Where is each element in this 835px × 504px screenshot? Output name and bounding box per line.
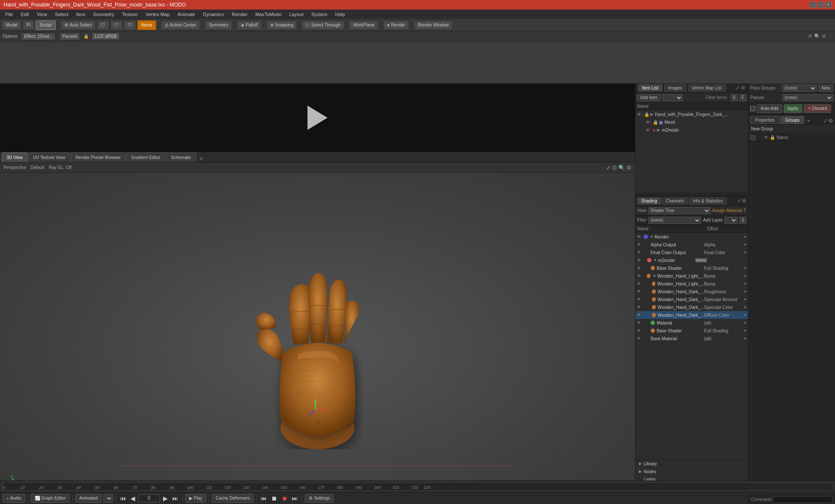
shader-row-wooden-light[interactable]: 👁 ▼ Wooden_Hand_Light_... Bump ▾ xyxy=(635,272,748,280)
add-layer-select[interactable] xyxy=(725,217,738,224)
falloff-btn[interactable]: ◈ Falloff xyxy=(237,20,261,30)
shader-row-base-material[interactable]: 👁 Base Material (all) ▾ xyxy=(635,335,748,342)
minimize-btn[interactable]: ─ xyxy=(810,2,816,8)
menu-edit[interactable]: Edit xyxy=(17,11,33,18)
model-btn[interactable]: Model xyxy=(2,20,21,30)
shader-row-base-shader1[interactable]: 👁 Base Shader Full Shading ▾ xyxy=(635,264,748,272)
frame-input[interactable] xyxy=(138,494,160,502)
discard-btn[interactable]: ✕ Discard xyxy=(804,104,831,113)
prev-key-btn[interactable]: ⏮ xyxy=(119,495,127,502)
passes-select[interactable]: (none) xyxy=(782,94,833,101)
filter-s-btn[interactable]: S xyxy=(731,94,738,101)
menu-maxtomodo[interactable]: MaxToModo xyxy=(252,11,285,18)
shader-row-m2modo[interactable]: 👁 ▼ m2modo Items xyxy=(635,256,748,264)
audio-btn[interactable]: ♪ Audio xyxy=(3,494,25,503)
workplane-btn[interactable]: WorkPlane xyxy=(349,20,378,30)
menu-item[interactable]: Item xyxy=(73,11,89,18)
effect-btn[interactable]: Effect: (Shad... xyxy=(21,33,56,40)
filter-f-btn[interactable]: F xyxy=(739,94,746,101)
add-item-select[interactable] xyxy=(662,94,683,101)
select-through-btn[interactable]: ⬡ Select Through xyxy=(302,20,344,30)
menu-vertex-map[interactable]: Vertex Map xyxy=(142,11,174,18)
tab-channels[interactable]: Channels xyxy=(662,197,688,205)
animated-select[interactable] xyxy=(104,494,113,503)
tab-uv-texture[interactable]: UV Texture View xyxy=(28,153,70,162)
tab-render-preset[interactable]: Render Preset Browser xyxy=(71,153,126,162)
items-btn[interactable]: Items xyxy=(137,20,156,30)
paused-btn[interactable]: Paused xyxy=(59,33,80,40)
tab-shading[interactable]: Shading xyxy=(637,197,661,205)
snapping-btn[interactable]: ⊕ Snapping xyxy=(266,20,297,30)
symmetry-btn[interactable]: Symmetry xyxy=(205,20,232,30)
shader-row-wh-light-bump[interactable]: 👁 Wooden_Hand_Light_... Bump ▾ xyxy=(635,280,748,288)
filter-s-btn2[interactable]: S xyxy=(739,217,746,224)
render-window-btn[interactable]: Render Window xyxy=(414,20,453,30)
shield-btn3[interactable]: 🛡 xyxy=(124,20,136,30)
next-key-btn[interactable]: ⏭ xyxy=(171,495,180,502)
sculpt-btn[interactable]: Sculpt xyxy=(36,20,56,30)
transport-icon3[interactable]: ⏭ xyxy=(291,495,299,502)
menu-system[interactable]: System xyxy=(308,11,331,18)
menu-layout[interactable]: Layout xyxy=(286,11,307,18)
action-center-btn[interactable]: ◎ Action Center xyxy=(161,20,200,30)
tab-gradient-editor[interactable]: Gradient Editor xyxy=(127,153,165,162)
assign-material-btn[interactable]: Assign Material xyxy=(712,208,742,213)
prev-frame-btn[interactable]: ◀ xyxy=(129,495,137,502)
panel-expand-icon2[interactable]: ⤢ xyxy=(823,118,828,124)
menu-render[interactable]: Render xyxy=(228,11,251,18)
maximize-btn[interactable]: □ xyxy=(818,2,824,8)
shading-expand-icon[interactable]: ⤢ xyxy=(737,198,741,204)
shader-row-final-color[interactable]: 👁 Final Color Output Final Color ▾ xyxy=(635,249,748,256)
transport-icon1[interactable]: ⏮ xyxy=(259,495,268,502)
transport-icon2[interactable]: ⏹ xyxy=(270,495,278,502)
tab-properties[interactable]: Properties xyxy=(750,116,780,124)
auto-add-check[interactable] xyxy=(750,106,755,111)
tab-item-list[interactable]: Item List xyxy=(638,84,662,92)
nodes-item[interactable]: ▶ Nodes xyxy=(635,468,748,475)
auto-add-btn[interactable]: Auto Add xyxy=(757,104,782,113)
pass-groups-select[interactable]: (none) xyxy=(782,85,817,92)
tree-item-m2modo[interactable]: 👁 ● ▶ m2modo xyxy=(635,126,748,134)
menu-animate[interactable]: Animate xyxy=(174,11,198,18)
new-pass-btn[interactable]: New xyxy=(818,85,833,92)
panel-expand-icon[interactable]: ⤢ xyxy=(735,85,739,91)
auto-select-btn[interactable]: ⚙ Auto Select xyxy=(60,20,96,30)
shader-row-wh-dark-rough[interactable]: 👁 Wooden_Hand_Dark_... Roughness ▾ xyxy=(635,288,748,295)
menu-select[interactable]: Select xyxy=(51,11,72,18)
cache-deformers-btn[interactable]: Cache Deformers xyxy=(212,494,254,503)
tab-vertex-map[interactable]: Vertex Map List xyxy=(688,84,726,92)
shield-btn2[interactable]: 🛡 xyxy=(110,20,123,30)
apply-btn[interactable]: Apply xyxy=(784,104,802,113)
next-frame-btn[interactable]: ▶ xyxy=(162,495,169,502)
shader-row-render[interactable]: 👁 ▼ Render ▾ xyxy=(635,233,748,241)
add-item-btn[interactable]: Add Item xyxy=(637,94,661,101)
shading-settings-icon[interactable]: ⚙ xyxy=(742,198,746,204)
command-input[interactable] xyxy=(773,496,832,503)
animated-btn[interactable]: Animated xyxy=(75,494,101,503)
filter-select[interactable]: (none) xyxy=(648,217,701,224)
play-preview-btn[interactable] xyxy=(307,106,327,130)
render-btn[interactable]: ● Render xyxy=(383,20,409,30)
groups-check[interactable] xyxy=(750,135,755,140)
menu-dynamics[interactable]: Dynamics xyxy=(200,11,227,18)
menu-geometry[interactable]: Geometry xyxy=(90,11,117,18)
menu-file[interactable]: File xyxy=(2,11,17,18)
menu-texture[interactable]: Texture xyxy=(119,11,141,18)
tab-schematic[interactable]: Schematic xyxy=(166,153,196,162)
view-select[interactable]: Shader Tree xyxy=(648,207,711,214)
tab-add-btn2[interactable]: + xyxy=(805,118,812,124)
tree-item-hand[interactable]: 👁 🔒 ▶ Hand_with_Posable_Fingers_Dark_... xyxy=(635,110,748,118)
menu-view[interactable]: View xyxy=(33,11,51,18)
library-item[interactable]: ▶ Library xyxy=(635,460,748,468)
play-btn[interactable]: ▶ Play xyxy=(185,494,206,503)
vp-search-icon[interactable]: 🔍 xyxy=(618,165,625,171)
panel-settings-icon2[interactable]: ⚙ xyxy=(828,118,833,124)
shader-row-alpha-output[interactable]: 👁 Alpha Output Alpha ▾ xyxy=(635,241,748,249)
shield-btn1[interactable]: 🛡 xyxy=(97,20,109,30)
vp-restore-icon[interactable]: ⊡ xyxy=(612,165,617,171)
record-btn[interactable]: ⏺ xyxy=(280,495,289,502)
panel-settings-icon[interactable]: ⚙ xyxy=(741,85,745,91)
close-btn[interactable]: ✕ xyxy=(825,2,832,8)
timeline-ruler[interactable]: 0 10 20 30 40 50 60 70 80 90 100 110 120… xyxy=(2,482,833,491)
tab-add-btn[interactable]: + xyxy=(197,155,206,162)
